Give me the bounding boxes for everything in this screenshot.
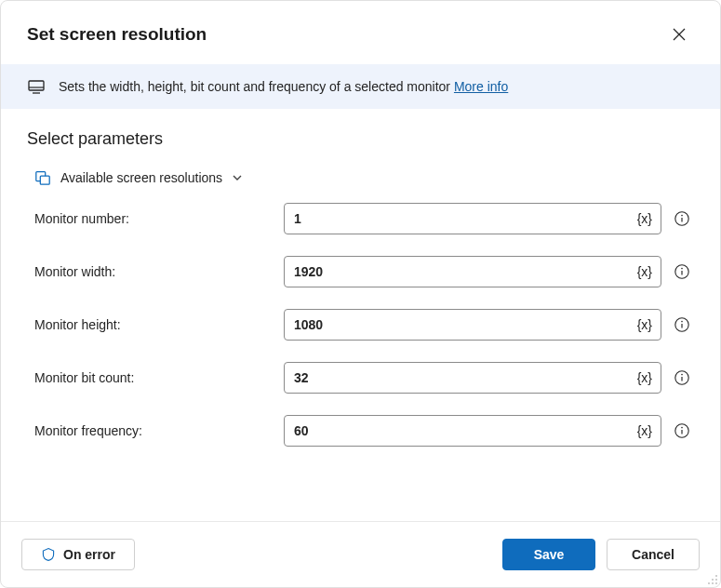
info-banner: Sets the width, height, bit count and fr… — [1, 64, 720, 109]
svg-point-9 — [681, 268, 683, 270]
variables-icon — [34, 169, 51, 186]
dialog-body: Select parameters Available screen resol… — [1, 109, 720, 521]
close-icon — [673, 28, 686, 41]
svg-rect-4 — [40, 176, 49, 184]
monitor-icon — [27, 77, 46, 96]
variable-token-button[interactable]: {x} — [637, 370, 652, 385]
label-monitor-width: Monitor width: — [34, 264, 284, 279]
monitor-bit-count-input[interactable] — [284, 362, 661, 394]
dialog-header: Set screen resolution — [1, 1, 720, 64]
info-icon — [674, 422, 690, 439]
dialog-title: Set screen resolution — [27, 24, 207, 45]
monitor-number-input[interactable] — [284, 203, 661, 234]
dialog-footer: On error Save Cancel — [1, 521, 720, 587]
label-monitor-bit-count: Monitor bit count: — [34, 370, 284, 385]
input-wrap: {x} — [284, 256, 661, 287]
row-monitor-height: Monitor height: {x} — [27, 309, 694, 341]
row-monitor-frequency: Monitor frequency: {x} — [27, 415, 694, 447]
variables-toggle[interactable]: Available screen resolutions — [27, 169, 694, 186]
info-button[interactable] — [673, 209, 691, 228]
on-error-button[interactable]: On error — [21, 539, 135, 570]
banner-text-wrap: Sets the width, height, bit count and fr… — [59, 79, 508, 94]
shield-icon — [41, 547, 56, 562]
svg-rect-0 — [29, 81, 44, 90]
info-icon — [674, 369, 690, 386]
input-wrap: {x} — [284, 362, 661, 394]
svg-point-12 — [681, 321, 683, 323]
svg-point-15 — [681, 374, 683, 376]
dialog: Set screen resolution Sets the width, he… — [0, 0, 721, 588]
section-title: Select parameters — [27, 129, 694, 149]
chevron-down-icon — [232, 172, 243, 183]
info-button[interactable] — [673, 315, 691, 334]
row-monitor-number: Monitor number: {x} — [27, 203, 694, 234]
variable-token-button[interactable]: {x} — [637, 264, 652, 279]
info-button[interactable] — [673, 421, 691, 440]
input-wrap: {x} — [284, 415, 661, 447]
row-monitor-bit-count: Monitor bit count: {x} — [27, 362, 694, 394]
save-button[interactable]: Save — [502, 539, 595, 570]
info-button[interactable] — [673, 368, 691, 387]
input-wrap: {x} — [284, 203, 661, 234]
variable-token-button[interactable]: {x} — [637, 423, 652, 438]
cancel-button[interactable]: Cancel — [607, 539, 700, 570]
svg-point-18 — [681, 427, 683, 429]
variables-label: Available screen resolutions — [60, 170, 222, 185]
svg-point-6 — [681, 215, 683, 217]
monitor-frequency-input[interactable] — [284, 415, 661, 447]
footer-right: Save Cancel — [502, 539, 700, 570]
variable-token-button[interactable]: {x} — [637, 211, 652, 226]
info-icon — [674, 263, 690, 280]
monitor-height-input[interactable] — [284, 309, 661, 341]
monitor-width-input[interactable] — [284, 256, 661, 287]
info-icon — [674, 210, 690, 227]
info-button[interactable] — [673, 262, 691, 281]
row-monitor-width: Monitor width: {x} — [27, 256, 694, 287]
banner-text: Sets the width, height, bit count and fr… — [59, 79, 454, 94]
label-monitor-height: Monitor height: — [34, 317, 284, 332]
label-monitor-number: Monitor number: — [34, 211, 284, 226]
close-button[interactable] — [664, 20, 694, 49]
more-info-link[interactable]: More info — [454, 79, 508, 94]
variable-token-button[interactable]: {x} — [637, 317, 652, 332]
on-error-label: On error — [63, 547, 115, 562]
label-monitor-frequency: Monitor frequency: — [34, 423, 284, 438]
input-wrap: {x} — [284, 309, 661, 341]
info-icon — [674, 316, 690, 333]
